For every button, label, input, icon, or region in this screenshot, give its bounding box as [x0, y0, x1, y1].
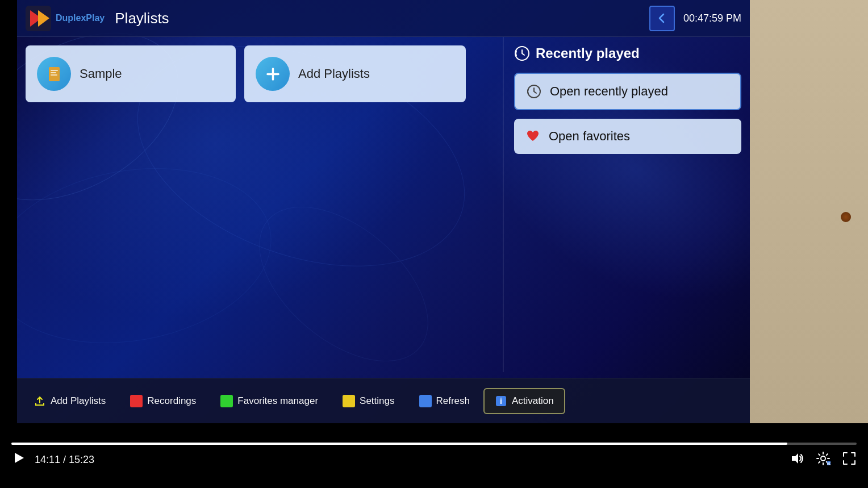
sample-playlist-card[interactable]: Sample: [26, 45, 236, 102]
open-favorites-label: Open favorites: [549, 129, 630, 144]
settings-btn-label: Settings: [360, 395, 394, 407]
activation-toolbar-btn[interactable]: i Activation: [483, 388, 565, 414]
bottom-toolbar: Add Playlists Recordings Favorites manag…: [17, 378, 750, 423]
svg-text:i: i: [500, 397, 502, 406]
info-icon: i: [495, 395, 507, 407]
refresh-btn-label: Refresh: [436, 395, 470, 407]
add-playlists-btn-label: Add Playlists: [51, 395, 106, 407]
sample-icon: [37, 57, 71, 91]
recordings-icon: [130, 395, 143, 407]
add-playlists-card[interactable]: Add Playlists: [244, 45, 466, 102]
video-player: DuplexPlay Playlists 00:47:59 PM: [0, 0, 868, 488]
progress-bar[interactable]: [11, 443, 857, 445]
volume-button[interactable]: [790, 451, 804, 469]
settings-icon: [343, 395, 355, 407]
svg-text:HD: HD: [827, 462, 831, 465]
progress-fill: [11, 443, 787, 445]
upload-icon: [34, 395, 46, 407]
time-info: 14:11 / 15:23: [35, 454, 94, 466]
refresh-icon: [419, 395, 432, 407]
back-button[interactable]: [649, 6, 675, 31]
recently-played-icon: [527, 84, 541, 99]
svg-rect-4: [51, 70, 58, 71]
recently-played-title: Recently played: [536, 45, 640, 61]
refresh-toolbar-btn[interactable]: Refresh: [408, 389, 481, 414]
controls-row: 14:11 / 15:23 HD: [11, 451, 857, 469]
clock-icon: [514, 45, 530, 61]
recently-played-header: Recently played: [514, 45, 741, 61]
header-right: 00:47:59 PM: [649, 6, 741, 31]
svg-rect-5: [51, 72, 56, 73]
open-recently-played-label: Open recently played: [550, 84, 668, 99]
sample-label: Sample: [80, 66, 122, 81]
time-display: 00:47:59 PM: [683, 12, 741, 24]
app-header: DuplexPlay Playlists 00:47:59 PM: [17, 0, 750, 37]
add-playlists-toolbar-btn[interactable]: Add Playlists: [23, 389, 116, 414]
logo-container: DuplexPlay Playlists: [26, 6, 169, 31]
play-button[interactable]: [11, 451, 26, 469]
add-playlists-label: Add Playlists: [298, 66, 370, 81]
recordings-toolbar-btn[interactable]: Recordings: [119, 389, 207, 414]
heart-icon: [525, 129, 540, 144]
settings-toolbar-btn[interactable]: Settings: [332, 389, 405, 414]
controls-right: HD: [790, 451, 857, 469]
page-title: Playlists: [115, 10, 169, 27]
right-panel: Recently played Open recently played Ope…: [506, 37, 750, 372]
room-wall: [750, 0, 868, 423]
svg-marker-14: [792, 453, 798, 464]
open-favorites-button[interactable]: Open favorites: [514, 119, 741, 154]
add-playlists-icon: [256, 57, 290, 91]
svg-rect-6: [51, 74, 57, 76]
settings-button[interactable]: HD: [816, 451, 831, 469]
favorites-manager-btn-label: Favorites manager: [237, 395, 318, 407]
video-controls: 14:11 / 15:23 HD: [0, 423, 868, 488]
main-content: Sample Add Playlists: [17, 37, 506, 372]
svg-marker-13: [15, 453, 24, 463]
open-recently-played-button[interactable]: Open recently played: [514, 73, 741, 110]
duplex-play-logo: [26, 6, 51, 31]
favorites-manager-icon: [220, 395, 233, 407]
svg-point-15: [821, 456, 825, 461]
favorites-manager-toolbar-btn[interactable]: Favorites manager: [210, 389, 329, 414]
tv-screen: DuplexPlay Playlists 00:47:59 PM: [17, 0, 750, 423]
recordings-btn-label: Recordings: [147, 395, 196, 407]
brand-name: DuplexPlay: [56, 13, 105, 23]
svg-rect-3: [49, 67, 60, 81]
activation-btn-label: Activation: [512, 395, 554, 407]
door-knob: [841, 212, 851, 222]
fullscreen-button[interactable]: [842, 451, 857, 469]
